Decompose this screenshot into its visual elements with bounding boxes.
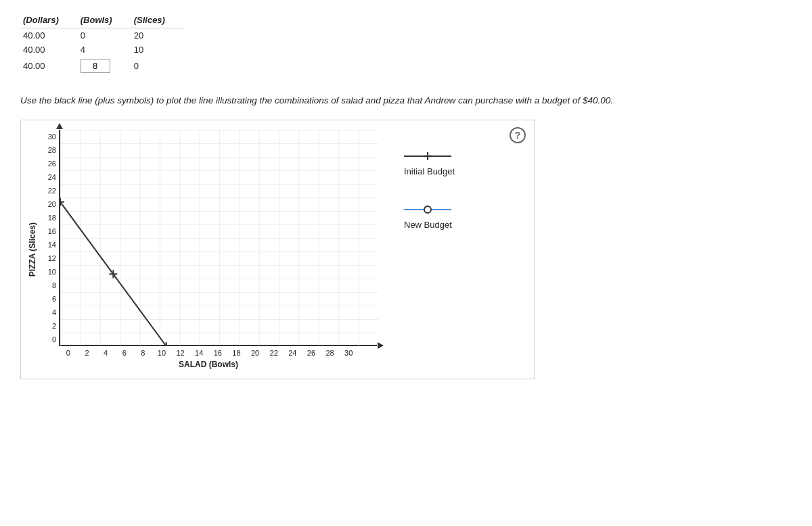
legend-item-new: New Budget bbox=[404, 204, 455, 230]
bowls-input[interactable] bbox=[81, 59, 110, 73]
chart-with-axes: 0 2 4 6 8 10 12 14 16 18 20 22 24 26 28 … bbox=[40, 130, 377, 369]
legend-item-initial: Initial Budget bbox=[404, 150, 455, 176]
y-axis-arrow bbox=[56, 123, 63, 129]
legend-initial-label: Initial Budget bbox=[404, 166, 455, 176]
x-axis-arrow bbox=[378, 342, 384, 349]
x-tick-18: 18 bbox=[227, 349, 246, 357]
legend-new-label: New Budget bbox=[404, 220, 452, 230]
chart-inner: 0 2 4 6 8 10 12 14 16 18 20 22 24 26 28 … bbox=[40, 130, 377, 346]
col-header-dollars: (Dollars) bbox=[20, 14, 78, 28]
y-tick-2: 2 bbox=[52, 319, 56, 333]
y-tick-labels: 0 2 4 6 8 10 12 14 16 18 20 22 24 26 28 … bbox=[40, 130, 56, 346]
x-tick-14: 14 bbox=[189, 349, 208, 357]
x-tick-20: 20 bbox=[246, 349, 265, 357]
x-tick-16: 16 bbox=[208, 349, 227, 357]
y-tick-18: 18 bbox=[48, 211, 56, 224]
y-axis-label: PIZZA (Slices) bbox=[28, 222, 37, 277]
row1-bowls: 0 bbox=[78, 28, 131, 43]
x-tick-26: 26 bbox=[302, 349, 321, 357]
x-tick-2: 2 bbox=[78, 349, 97, 357]
budget-table: (Dollars) (Bowls) (Slices) 40.00 0 20 40… bbox=[20, 14, 184, 75]
table-row: 40.00 0 20 bbox=[20, 28, 184, 43]
table-row: 40.00 0 bbox=[20, 57, 184, 75]
x-tick-28: 28 bbox=[321, 349, 340, 357]
row3-dollars: 40.00 bbox=[20, 57, 78, 75]
x-tick-6: 6 bbox=[115, 349, 134, 357]
y-tick-0: 0 bbox=[52, 333, 56, 346]
row2-dollars: 40.00 bbox=[20, 43, 78, 57]
instruction-text: Use the black line (plus symbols) to plo… bbox=[20, 94, 792, 107]
y-tick-14: 14 bbox=[48, 238, 56, 252]
svg-point-12 bbox=[424, 206, 431, 213]
y-tick-12: 12 bbox=[48, 252, 56, 265]
x-tick-8: 8 bbox=[134, 349, 153, 357]
help-icon[interactable]: ? bbox=[510, 127, 526, 143]
data-table-section: (Dollars) (Bowls) (Slices) 40.00 0 20 40… bbox=[20, 14, 792, 75]
legend-new-symbol bbox=[404, 204, 451, 216]
plot-area[interactable] bbox=[59, 130, 377, 346]
row1-dollars: 40.00 bbox=[20, 28, 78, 43]
legend-initial-symbol bbox=[404, 150, 451, 162]
y-tick-10: 10 bbox=[48, 265, 56, 279]
y-tick-8: 8 bbox=[52, 279, 56, 292]
chart-area: PIZZA (Slices) 0 2 4 6 8 10 12 14 16 18 … bbox=[28, 130, 377, 369]
y-tick-4: 4 bbox=[52, 306, 56, 319]
x-tick-24: 24 bbox=[284, 349, 302, 357]
y-tick-24: 24 bbox=[48, 170, 56, 184]
y-tick-6: 6 bbox=[52, 292, 56, 306]
x-tick-labels: 0 2 4 6 8 10 12 14 16 18 20 22 24 26 28 … bbox=[40, 349, 358, 357]
legend: Initial Budget New Budget bbox=[404, 150, 455, 369]
chart-container: ? PIZZA (Slices) 0 2 4 6 8 10 12 14 16 1… bbox=[20, 120, 535, 379]
x-tick-10: 10 bbox=[152, 349, 171, 357]
x-tick-22: 22 bbox=[265, 349, 284, 357]
x-tick-30: 30 bbox=[339, 349, 358, 357]
row2-slices: 10 bbox=[131, 43, 184, 57]
col-header-bowls: (Bowls) bbox=[78, 14, 131, 28]
legend-new-svg bbox=[404, 204, 451, 216]
y-tick-26: 26 bbox=[48, 157, 56, 170]
x-tick-0: 0 bbox=[59, 349, 78, 357]
row1-slices: 20 bbox=[131, 28, 184, 43]
x-tick-4: 4 bbox=[96, 349, 115, 357]
y-tick-22: 22 bbox=[48, 184, 56, 197]
y-tick-20: 20 bbox=[48, 197, 56, 211]
row3-slices: 0 bbox=[131, 57, 184, 75]
x-tick-12: 12 bbox=[171, 349, 190, 357]
table-row: 40.00 4 10 bbox=[20, 43, 184, 57]
row2-bowls: 4 bbox=[78, 43, 131, 57]
legend-initial-svg bbox=[404, 150, 451, 162]
grid-svg bbox=[60, 130, 378, 346]
row3-bowls-cell bbox=[78, 57, 131, 75]
y-tick-28: 28 bbox=[48, 143, 56, 157]
y-tick-30: 30 bbox=[48, 130, 56, 143]
svg-rect-0 bbox=[60, 130, 378, 346]
col-header-slices: (Slices) bbox=[131, 14, 184, 28]
y-tick-16: 16 bbox=[48, 224, 56, 238]
x-axis-label: SALAD (Bowls) bbox=[40, 360, 358, 369]
